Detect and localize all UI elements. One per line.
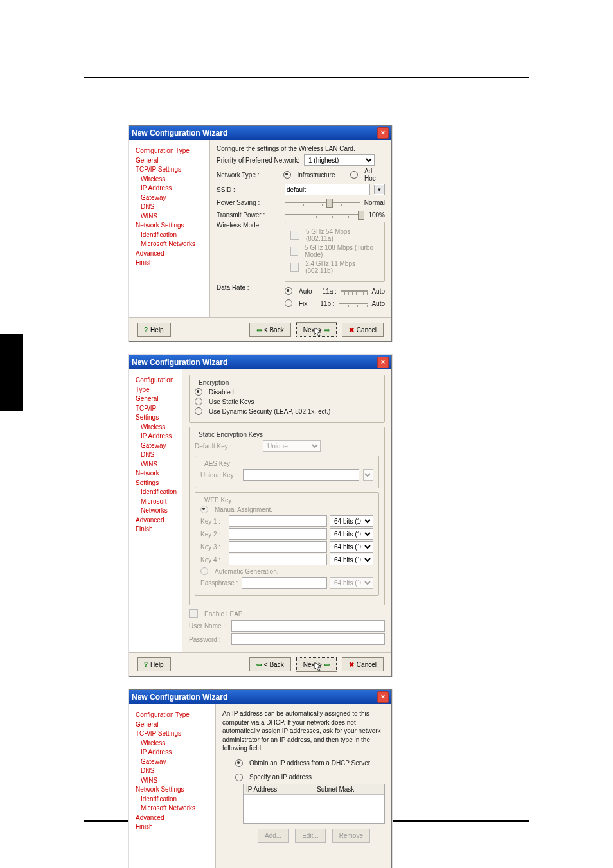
sidebar-item[interactable]: Network Settings xyxy=(136,785,211,795)
sidebar-item[interactable]: Identification xyxy=(136,795,211,804)
radio-adhoc[interactable] xyxy=(350,171,358,179)
edit-button: Edit... xyxy=(295,829,326,843)
sidebar-item[interactable]: DNS xyxy=(136,766,211,776)
sidebar-item[interactable]: TCP/IP Settings xyxy=(136,404,178,423)
sidebar-item[interactable]: General xyxy=(136,720,211,730)
sidebar-item[interactable]: Microsoft Networks xyxy=(136,497,178,516)
close-icon[interactable]: × xyxy=(377,357,389,368)
sidebar-item[interactable]: Network Settings xyxy=(136,469,178,488)
sidebar-item[interactable]: Advanced xyxy=(136,249,206,259)
sidebar-item[interactable]: IP Address xyxy=(136,184,206,193)
sidebar-item[interactable]: WINS xyxy=(136,212,206,222)
radio-dynamic[interactable] xyxy=(195,407,202,415)
sidebar-item[interactable]: Identification xyxy=(136,231,206,240)
window-title: New Configuration Wizard xyxy=(132,358,227,367)
sidebar-item[interactable]: TCP/IP Settings xyxy=(136,165,206,175)
sidebar-item[interactable]: Microsoft Networks xyxy=(136,804,211,813)
priority-select[interactable]: 1 (highest) xyxy=(304,154,375,166)
close-icon[interactable]: × xyxy=(377,127,389,139)
radio-static[interactable] xyxy=(195,398,202,405)
power-slider[interactable] xyxy=(285,197,360,208)
sidebar-item[interactable]: General xyxy=(136,394,178,404)
back-button[interactable]: ⇦< Back xyxy=(249,323,291,337)
sidebar-item[interactable]: Microsoft Networks xyxy=(136,240,206,249)
next-button[interactable]: Next >⇨ xyxy=(296,323,337,337)
rate11a-value: Auto xyxy=(371,288,385,295)
key4-label: Key 4 : xyxy=(200,556,226,563)
cancel-button[interactable]: ✖Cancel xyxy=(342,657,384,671)
sidebar-item[interactable]: TCP/IP Settings xyxy=(136,729,211,739)
key3-input xyxy=(229,541,327,553)
radio-label: Infrastructure xyxy=(298,172,335,179)
sidebar-item[interactable]: General xyxy=(136,156,206,166)
sidebar-item[interactable]: Finish xyxy=(136,822,211,832)
sidebar-item[interactable]: Gateway xyxy=(136,193,206,203)
auto-gen-label: Automatic Generation. xyxy=(215,568,279,575)
rate11a-slider[interactable] xyxy=(341,286,368,296)
sidebar-item[interactable]: Wireless xyxy=(136,423,178,432)
sidebar-item[interactable]: Wireless xyxy=(136,739,211,748)
ip-list[interactable]: IP Address Subnet Mask xyxy=(243,784,385,824)
dropdown-icon[interactable]: ▾ xyxy=(374,185,384,194)
radio-fix[interactable] xyxy=(285,299,292,307)
radio-infrastructure[interactable] xyxy=(283,171,291,179)
cancel-button[interactable]: ✖Cancel xyxy=(342,323,384,337)
sidebar-item[interactable]: WINS xyxy=(136,776,211,786)
wep-legend: WEP Key xyxy=(202,497,235,504)
key3-bits[interactable]: 64 bits (10 xyxy=(330,541,373,553)
sidebar-item[interactable]: Configuration Type xyxy=(136,711,211,720)
network-type-label: Network Type : xyxy=(217,172,280,179)
sidebar-item[interactable]: Finish xyxy=(136,258,206,268)
sidebar-item[interactable]: Advanced xyxy=(136,516,178,526)
sidebar-item[interactable]: WINS xyxy=(136,460,178,470)
sidebar-item[interactable]: IP Address xyxy=(136,432,178,441)
sidebar-item[interactable]: Network Settings xyxy=(136,221,206,231)
sidebar-item[interactable]: Identification xyxy=(136,488,178,497)
default-key-select: Unique xyxy=(263,440,321,452)
ssid-label: SSID : xyxy=(217,186,281,193)
rate11b-value: Auto xyxy=(371,300,385,307)
sidebar-item[interactable]: DNS xyxy=(136,450,178,460)
side-black-tab xyxy=(0,334,23,411)
ssid-input[interactable] xyxy=(285,184,370,195)
sidebar-item[interactable]: IP Address xyxy=(136,748,211,757)
radio-specify[interactable] xyxy=(235,774,243,781)
radio-label: Use Static Keys xyxy=(209,398,254,405)
sidebar-item[interactable]: Gateway xyxy=(136,757,211,767)
titlebar: New Configuration Wizard × xyxy=(129,355,391,369)
window-title: New Configuration Wizard xyxy=(132,128,227,137)
user-input xyxy=(231,620,385,632)
radio-disabled[interactable] xyxy=(195,388,202,396)
key1-bits[interactable]: 64 bits (10 xyxy=(330,515,373,527)
help-button[interactable]: ?Help xyxy=(137,323,171,337)
close-icon[interactable]: × xyxy=(377,691,389,703)
key4-bits[interactable]: 64 bits (10 xyxy=(330,554,373,565)
sidebar-item[interactable]: Advanced xyxy=(136,813,211,823)
sidebar-item[interactable]: Finish xyxy=(136,525,178,535)
transmit-slider[interactable] xyxy=(285,209,364,220)
sidebar-item[interactable]: Configuration Type xyxy=(136,146,206,156)
checkbox-leap xyxy=(189,609,198,618)
radio-label: Ad Hoc xyxy=(364,168,385,182)
sidebar-item[interactable]: Wireless xyxy=(136,175,206,184)
key2-bits[interactable]: 64 bits (10 xyxy=(330,528,373,540)
encryption-legend: Encryption xyxy=(196,379,231,386)
sidebar-item[interactable]: DNS xyxy=(136,202,206,212)
sidebar-item[interactable]: Configuration Type xyxy=(136,376,178,394)
wm2-label: 5 GHz 108 Mbps (Turbo Mode) xyxy=(305,244,379,258)
help-button[interactable]: ?Help xyxy=(137,657,171,671)
back-button[interactable]: ⇦< Back xyxy=(249,657,291,671)
user-label: User Name : xyxy=(189,623,227,630)
next-button[interactable]: Next >⇨ xyxy=(296,657,337,671)
transmit-label: Transmit Power : xyxy=(217,211,281,218)
fix-label: Fix xyxy=(299,300,307,307)
help-icon: ? xyxy=(144,661,148,668)
radio-dhcp[interactable] xyxy=(235,759,243,767)
rate11b-slider[interactable] xyxy=(339,298,368,308)
radio-auto[interactable] xyxy=(285,287,292,295)
col-mask: Subnet Mask xyxy=(314,784,384,794)
aes-legend: AES Key xyxy=(202,460,233,467)
radio-label: Use Dynamic Security (LEAP, 802.1x, ect.… xyxy=(209,408,330,415)
sidebar-item[interactable]: Gateway xyxy=(136,441,178,451)
wizard-ip-screenshot: New Configuration Wizard × Configuration… xyxy=(129,689,392,868)
